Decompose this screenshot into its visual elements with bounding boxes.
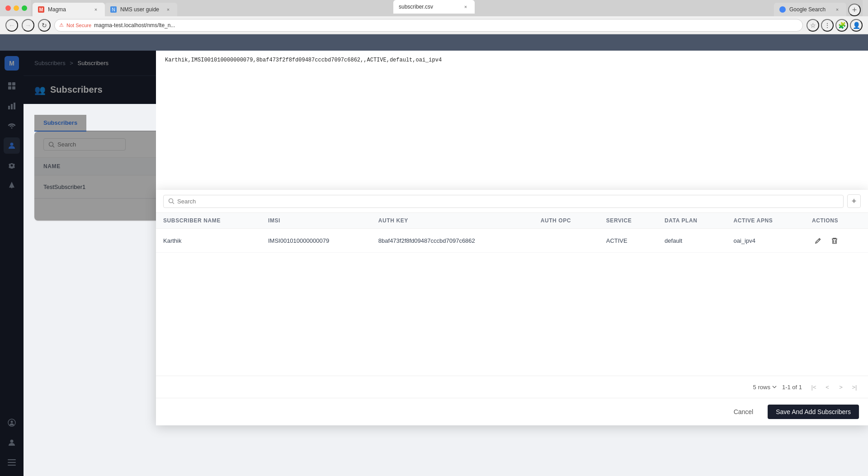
modal-row-action-buttons [812, 234, 861, 247]
svg-rect-4 [8, 106, 10, 109]
save-add-subscribers-button[interactable]: Save And Add Subscribers [768, 405, 859, 419]
modal-search-icon [168, 198, 175, 204]
sidebar-item-users[interactable] [4, 137, 20, 154]
cancel-button[interactable]: Cancel [726, 405, 762, 419]
tab-nms-guide[interactable]: N NMS user guide × [105, 3, 177, 16]
sidebar-item-chart[interactable] [4, 98, 20, 114]
modal-col-active-apns: Active APNs [726, 213, 805, 229]
svg-rect-3 [12, 86, 15, 90]
modal-col-service: Service [599, 213, 657, 229]
search-icon [48, 141, 55, 148]
modal-prev-page-button[interactable]: < [821, 381, 834, 393]
browser-actions: ☆ ⋮ 🧩 👤 [807, 19, 863, 32]
modal-next-page-button[interactable]: > [835, 381, 847, 393]
sidebar-item-grid[interactable] [4, 78, 20, 94]
browser-titlebar: M Magma × N NMS user guide × subscriber.… [0, 0, 868, 16]
svg-point-11 [10, 440, 14, 443]
svg-line-16 [53, 146, 55, 147]
modal-col-auth-key: Auth Key [371, 213, 533, 229]
sidebar-item-account[interactable] [4, 415, 20, 431]
tab-magma-title: Magma [48, 6, 89, 13]
extensions-button[interactable]: 🧩 [835, 19, 848, 32]
modal-add-button[interactable]: + [847, 194, 861, 208]
breadcrumb: Subscribers > Subscribers [34, 60, 108, 66]
sidebar-item-signal[interactable] [4, 118, 20, 134]
svg-rect-12 [8, 459, 16, 460]
tab-bar: M Magma × N NMS user guide × subscriber.… [31, 0, 863, 16]
svg-point-10 [11, 421, 13, 423]
col-name: Name [34, 158, 175, 175]
tab-nms-title: NMS user guide [120, 6, 161, 13]
tab-magma[interactable]: M Magma × [33, 3, 105, 16]
sidebar-item-menu[interactable] [4, 454, 20, 471]
modal-edit-button[interactable] [812, 234, 825, 247]
tab-magma-close[interactable]: × [92, 6, 99, 13]
sidebar-logo: M [5, 56, 19, 71]
sidebar-item-settings[interactable] [4, 157, 20, 174]
modal-toolbar: + [156, 190, 868, 213]
tab-subscriber-csv[interactable]: subscriber.csv × [393, 0, 475, 14]
delete-icon [831, 237, 838, 244]
modal-col-imsi: IMSI [261, 213, 371, 229]
sidebar: M [0, 51, 24, 476]
tab-nms-close[interactable]: × [165, 6, 172, 13]
modal-last-page-button[interactable]: >| [848, 381, 861, 393]
tab-google-title: Google Search [789, 6, 830, 13]
bookmark-star-button[interactable]: ☆ [807, 19, 819, 32]
tab-google-close[interactable]: × [834, 6, 841, 13]
tab-magma-favicon: M [38, 6, 44, 13]
tab-subscribers[interactable]: Subscribers [34, 115, 86, 132]
row-name: TestSubscriber1 [34, 175, 175, 198]
svg-line-18 [173, 203, 175, 204]
modal-rows-per-page[interactable]: 5 rows [753, 384, 777, 391]
search-input[interactable] [57, 141, 121, 148]
modal-row-auth-opc [533, 229, 599, 253]
url-text: magma-test.localhost/nms/lte_n... [94, 22, 175, 28]
search-container [43, 138, 126, 151]
tab-google-favicon [779, 6, 786, 13]
sidebar-item-person[interactable] [4, 434, 20, 451]
svg-point-7 [11, 127, 13, 129]
refresh-button[interactable]: ↻ [38, 19, 51, 32]
svg-rect-0 [8, 82, 11, 85]
page-title-text: Subscribers [50, 85, 103, 95]
svg-rect-5 [11, 104, 13, 109]
browser-chrome: M Magma × N NMS user guide × subscriber.… [0, 0, 868, 34]
svg-rect-14 [8, 465, 16, 466]
browser-menu-button[interactable]: ⋮ [821, 19, 834, 32]
modal-page-range: 1-1 of 1 [782, 384, 802, 391]
modal-dialog: + Subscriber Name IMSI Auth Key Auth OPC… [156, 190, 868, 425]
modal-row-active-apns: oai_ipv4 [726, 229, 805, 253]
modal-footer-actions: Cancel Save And Add Subscribers [156, 398, 868, 425]
new-tab-button[interactable]: + [848, 4, 861, 16]
modal-delete-button[interactable] [828, 234, 841, 247]
modal-first-page-button[interactable]: |< [807, 381, 820, 393]
svg-point-15 [49, 142, 53, 146]
window-minimize-button[interactable] [14, 5, 19, 11]
tab-nms-favicon: N [110, 6, 117, 13]
address-bar-row: ← → ↻ ⚠ Not Secure magma-test.localhost/… [0, 16, 868, 34]
tab-csv-close[interactable]: × [462, 3, 469, 10]
security-label: Not Secure [66, 23, 91, 28]
modal-search-input[interactable] [177, 198, 839, 205]
svg-point-8 [10, 143, 14, 146]
modal-row-actions [805, 229, 868, 253]
tab-csv-title: subscriber.csv [399, 4, 458, 10]
forward-button[interactable]: → [22, 19, 34, 32]
modal-table: Subscriber Name IMSI Auth Key Auth OPC S… [156, 213, 868, 253]
rows-chevron-icon [772, 386, 777, 388]
tab-google[interactable]: Google Search × [774, 3, 846, 16]
modal-row-auth-key: 8baf473f2f8fd09487cccbd7097c6862 [371, 229, 533, 253]
window-maximize-button[interactable] [22, 5, 27, 11]
sidebar-item-alerts[interactable] [4, 177, 20, 193]
svg-rect-6 [14, 103, 15, 109]
svg-point-17 [169, 199, 173, 203]
modal-col-data-plan: Data Plan [657, 213, 726, 229]
modal-pagination-controls: |< < > >| [807, 381, 861, 393]
address-bar[interactable]: ⚠ Not Secure magma-test.localhost/nms/lt… [54, 19, 803, 32]
profile-button[interactable]: 👤 [850, 19, 863, 32]
window-controls [5, 5, 27, 11]
window-close-button[interactable] [5, 5, 11, 11]
modal-col-actions: Actions [805, 213, 868, 229]
back-button[interactable]: ← [5, 19, 18, 32]
